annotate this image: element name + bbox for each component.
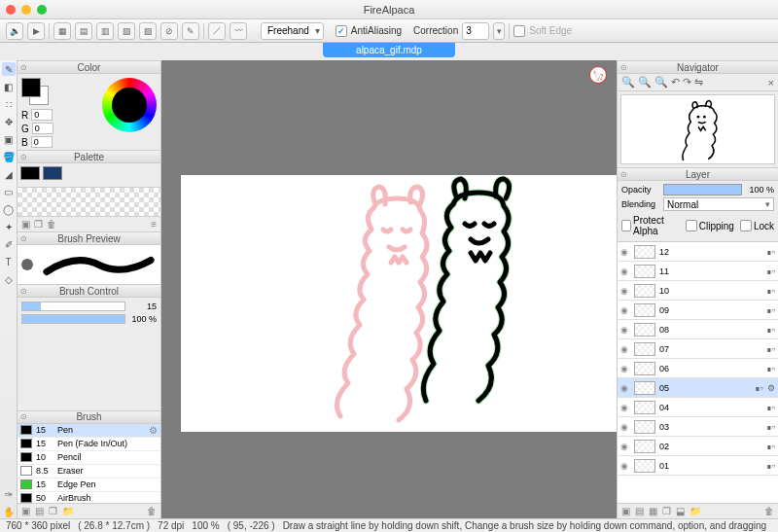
play-button[interactable]: ▶ (27, 22, 45, 40)
new-group-icon[interactable]: ▦ (649, 506, 657, 516)
reset-view-icon[interactable]: × (768, 77, 774, 89)
add-swatch-icon[interactable]: ▣ (21, 219, 30, 230)
layer-row[interactable]: ◉11∎▫ (618, 262, 778, 281)
gear-icon[interactable]: ⚙ (149, 425, 158, 436)
merge-layer-icon[interactable]: ⬓ (676, 506, 685, 516)
visibility-icon[interactable]: ◉ (620, 266, 630, 276)
flip-icon[interactable]: ⇋ (694, 76, 703, 89)
visibility-icon[interactable]: ◉ (620, 422, 630, 432)
palette-swatch[interactable] (20, 166, 40, 180)
duplicate-layer-icon[interactable]: ❐ (662, 506, 671, 516)
grid-2-icon[interactable]: ▤ (75, 22, 92, 40)
clipping-checkbox[interactable]: ✓Clipping (686, 215, 734, 236)
rotate-left-icon[interactable]: ↶ (671, 76, 680, 89)
grid-1-icon[interactable]: ▦ (53, 22, 71, 40)
layer-row[interactable]: ◉06∎▫ (618, 359, 778, 378)
stroke-mode-select[interactable]: Freehand (261, 22, 324, 40)
visibility-icon[interactable]: ◉ (620, 344, 630, 354)
visibility-icon[interactable]: ◉ (620, 403, 630, 412)
folder-brush-icon[interactable]: 📁 (62, 506, 74, 516)
layer-opacity-slider[interactable] (663, 184, 742, 195)
visibility-icon[interactable]: ◉ (620, 305, 630, 315)
grid-3-icon[interactable]: ▥ (96, 22, 114, 40)
pin-icon[interactable]: ⊙ (20, 287, 27, 296)
folder-layer-icon[interactable]: 📁 (690, 506, 701, 516)
fill-tool[interactable]: ▣ (2, 132, 16, 146)
window-zoom-button[interactable] (37, 5, 47, 15)
pin-icon[interactable]: ⊙ (20, 153, 27, 161)
brush-row[interactable]: 15Edge Pen (18, 479, 160, 492)
blending-select[interactable]: Normal (663, 197, 774, 211)
duplicate-brush-icon[interactable]: ❐ (49, 506, 57, 516)
brush-row[interactable]: 15Pen (Fade In/Out) (18, 438, 160, 451)
delete-layer-icon[interactable]: 🗑 (764, 506, 774, 516)
window-minimize-button[interactable] (21, 5, 31, 15)
brush-opacity-slider[interactable] (21, 314, 125, 324)
pin-icon[interactable]: ⊙ (620, 63, 627, 72)
hand-tool[interactable]: ✋ (2, 505, 16, 518)
visibility-icon[interactable]: ◉ (620, 286, 630, 296)
eyedropper-tool[interactable]: ✑ (2, 487, 16, 501)
fg-color-swatch[interactable] (21, 78, 41, 97)
select-lasso-tool[interactable]: ◯ (2, 202, 16, 216)
pin-icon[interactable]: ⊙ (20, 234, 27, 243)
brush-row[interactable]: 15Pen⚙ (18, 424, 160, 438)
pin-icon[interactable]: ⊙ (20, 412, 27, 421)
layer-row[interactable]: ◉07∎▫ (618, 339, 778, 359)
color-wheel[interactable] (102, 78, 157, 132)
gradient-tool[interactable]: ◢ (2, 167, 16, 181)
sound-toggle[interactable]: 🔈 (6, 22, 23, 40)
protect-alpha-checkbox[interactable]: ✓Protect Alpha (621, 215, 680, 236)
window-close-button[interactable] (6, 5, 16, 15)
dot-tool[interactable]: ∷ (2, 97, 16, 111)
navigator-view[interactable] (620, 94, 775, 164)
grid-4-icon[interactable]: ▧ (118, 22, 135, 40)
visibility-icon[interactable]: ◉ (620, 383, 630, 393)
zoom-fit-icon[interactable]: 🔍 (621, 76, 635, 89)
brush-size-slider[interactable] (21, 301, 125, 311)
layer-row[interactable]: ◉04∎▫ (618, 398, 778, 417)
zoom-in-icon[interactable]: 🔍 (638, 76, 652, 89)
palette-swatch[interactable] (43, 166, 62, 180)
g-input[interactable] (32, 123, 53, 134)
new-layer-icon[interactable]: ▣ (621, 506, 630, 516)
select-rect-tool[interactable]: ▭ (2, 185, 16, 198)
visibility-icon[interactable]: ◉ (620, 325, 630, 335)
visibility-icon[interactable]: ◉ (620, 442, 630, 451)
gear-icon[interactable]: ⚙ (767, 383, 775, 393)
stroke-line-icon[interactable]: ／ (208, 22, 226, 40)
brush-tool[interactable]: ✎ (2, 62, 16, 76)
layer-row[interactable]: ◉09∎▫ (618, 301, 778, 320)
softedge-checkbox[interactable]: ✓ (513, 25, 525, 37)
pin-icon[interactable]: ⊙ (20, 63, 27, 72)
layer-row[interactable]: ◉05∎▫⚙ (618, 378, 778, 398)
correction-stepper[interactable]: ▾ (493, 22, 505, 40)
bucket-tool[interactable]: 🪣 (2, 150, 16, 163)
b-input[interactable] (31, 136, 53, 148)
layer-row[interactable]: ◉02∎▫ (618, 437, 778, 456)
rotate-right-icon[interactable]: ↷ (683, 76, 691, 89)
grid-5-icon[interactable]: ▨ (139, 22, 157, 40)
document-tab[interactable]: alpaca_gif.mdp (323, 43, 455, 57)
correction-input[interactable] (462, 22, 489, 40)
add-brush-2-icon[interactable]: ▤ (35, 506, 44, 516)
layer-row[interactable]: ◉12∎▫ (618, 242, 778, 262)
snap-config-icon[interactable]: ✎ (182, 22, 199, 40)
add-brush-icon[interactable]: ▣ (21, 506, 30, 516)
layer-row[interactable]: ◉08∎▫ (618, 320, 778, 339)
new-layer-2-icon[interactable]: ▤ (635, 506, 644, 516)
eraser-tool[interactable]: ◧ (2, 80, 16, 93)
path-tool[interactable]: ◇ (2, 272, 16, 286)
snap-off-icon[interactable]: ⊘ (160, 22, 178, 40)
pin-icon[interactable]: ⊙ (620, 170, 627, 179)
layer-row[interactable]: ◉03∎▫ (618, 417, 778, 437)
visibility-icon[interactable]: ◉ (620, 461, 630, 471)
antialiasing-checkbox[interactable]: ✓ (336, 25, 347, 37)
brush-row[interactable]: 50AirBrush (18, 492, 160, 504)
wand-tool[interactable]: ✦ (2, 220, 16, 233)
visibility-icon[interactable]: ◉ (620, 247, 630, 257)
duplicate-swatch-icon[interactable]: ❐ (34, 219, 43, 230)
stroke-curve-icon[interactable]: 〰 (230, 22, 247, 40)
canvas-area[interactable]: 🦙 (161, 60, 617, 518)
color-swatches[interactable] (21, 78, 49, 105)
